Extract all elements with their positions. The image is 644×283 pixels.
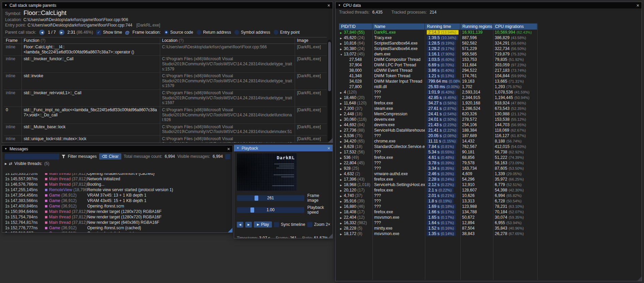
cpu-row[interactable]: ▶3,536(75) ??? 20.05 s(2.08%) 187,689 11… — [339, 133, 639, 138]
cpu-row[interactable]: ▶20,120(17) firefox.exe 2.1 s(0.22%) 128… — [339, 187, 639, 193]
col-image[interactable]: Image — [295, 37, 327, 44]
clipped-checkbox[interactable] — [225, 154, 230, 159]
collapse-arrow-icon[interactable]: ▼ — [4, 148, 7, 150]
expand-caret-icon[interactable]: ▶ — [340, 145, 344, 149]
function-cell[interactable]: std::_Func_impl_no_alloc<<lambda_5bc224f… — [21, 106, 160, 123]
expand-caret-icon[interactable]: ▶ — [340, 166, 344, 171]
cpu-row[interactable]: ▶11,648(120) firefox.exe 34.27 s(3.56%) … — [339, 100, 639, 106]
location-cell[interactable]: C:\Program Files (x86)\Microsoft Visual … — [160, 56, 295, 73]
radio-source-code[interactable]: Source code — [164, 30, 193, 35]
resize-grip[interactable] — [228, 228, 232, 232]
cpu-row[interactable]: ▶37,840(55) DarkRL.exe 2:14.3(13.94%) 16… — [339, 30, 639, 35]
cpu-row[interactable]: ▼13,072(45) dwm.exe 1:16.1(7.90%) 955,58… — [339, 51, 639, 57]
cpu-row[interactable]: ▶10,816(64) ScriptedSandbox64.exe 1:28.5… — [339, 40, 639, 46]
cpu-row[interactable]: ▶34,420(65) chrome.exe 11.11 s(1.15%) 14… — [339, 138, 639, 144]
radio-entry-point[interactable]: Entry point — [274, 30, 300, 35]
cpu-row[interactable]: ▶22,404(12) msvsmon.exe 1.65 s(0.17%) 50… — [339, 215, 639, 220]
col-frame[interactable]: Frame — [4, 37, 21, 44]
expand-caret-icon[interactable]: ▶ — [340, 106, 344, 111]
cpu-row[interactable]: ▶18,172(8) msvsmon.exe 1.35 s(0.14%) 38,… — [339, 231, 639, 236]
message-row[interactable]: 1s 145,557,997nsMain thread (37,812)Netw… — [2, 176, 232, 182]
cpu-row[interactable]: 38,000 uDWM Event Thread 3.86 s(0.40%) 2… — [339, 68, 639, 73]
callstack-table-row[interactable]: inline std::invoke C:\Program Files (x86… — [4, 73, 327, 90]
message-row[interactable]: 1s 152,776,777nsGame (36,912)Opening /fo… — [2, 225, 232, 231]
col-function[interactable]: Function (?) — [21, 37, 160, 44]
expand-caret-icon[interactable]: ▶ — [340, 210, 344, 215]
col-name[interactable]: Name — [372, 23, 425, 30]
cpu-row[interactable]: ▶4,740(37) ??? 2.01 s(0.21%) 10,626 6,99… — [339, 193, 639, 198]
expand-caret-icon[interactable]: ▶ — [340, 123, 344, 128]
expand-caret-icon[interactable]: ▶ — [340, 199, 344, 204]
expand-caret-icon[interactable]: ▶ — [340, 194, 344, 198]
play-button[interactable]: ▶ Play — [254, 221, 272, 228]
expand-caret-icon[interactable]: ▶ — [340, 221, 344, 226]
location-cell[interactable]: C:\Program Files (x86)\Microsoft Visual … — [160, 106, 295, 123]
expand-caret-icon[interactable]: ▶ — [340, 134, 344, 138]
expand-caret-icon[interactable]: ▶ — [340, 226, 344, 231]
sync-timeline-checkbox[interactable]: Sync timeline — [274, 222, 305, 227]
expand-caret-icon[interactable]: ▼ — [340, 52, 344, 57]
cpu-row[interactable]: ▶8,628(18) StandardCollector.Service.e 7… — [339, 144, 639, 149]
cpu-row[interactable]: ▶35,916(39) ??? 1.8 s(0.19%) 13,313 6,72… — [339, 198, 639, 204]
expand-caret-icon[interactable]: ▶ — [340, 232, 344, 236]
expand-caret-icon[interactable]: ▶ — [340, 155, 344, 160]
expand-caret-icon[interactable]: ▶ — [340, 30, 344, 35]
cpu-row[interactable]: ▶17,532(56) ??? 5.34 s(0.55%) 90,181 56,… — [339, 149, 639, 155]
expand-caret-icon[interactable]: ▶ — [340, 117, 344, 122]
callstack-table-row[interactable]: 0 std::_Func_impl_no_alloc<<lambda_5bc22… — [4, 106, 327, 123]
message-row[interactable]: 1s 147,383,566nsGame (36,912)VRAM 43x45:… — [2, 198, 232, 203]
prev-callstack-button[interactable]: ◀ — [39, 30, 45, 35]
function-cell[interactable]: std::_Invoker_functor::_Call — [21, 56, 160, 73]
cpu-row[interactable]: ▶18,968(1,018) ServiceHub.SettingsHost.e… — [339, 182, 639, 187]
cpu-row[interactable]: ▶44,692(84) devenv.exe 21.43 s(2.23%) 25… — [339, 122, 639, 128]
messages-list-viewport[interactable]: 1s 120,335,272nsMain thread (37,812)Open… — [2, 173, 232, 232]
playback-speed-slider[interactable]: 1.00 — [237, 207, 304, 213]
col-location[interactable]: Location (?) — [160, 37, 295, 44]
expand-caret-icon[interactable]: ▶ — [340, 215, 344, 220]
cpu-row[interactable]: 34,028 DWM Master Input Thread 799.64 ms… — [339, 79, 639, 84]
expand-caret-icon[interactable]: ▶ — [340, 161, 344, 166]
cpu-row[interactable]: ▶7,300(37) steam.exe 27.61 s(2.87%) 1,28… — [339, 106, 639, 111]
expand-caret-icon[interactable]: ▶ — [340, 172, 344, 177]
radio-symbol-address[interactable]: Symbol address — [234, 30, 270, 35]
function-cell[interactable]: std::unique_lock<std::mutex>::lock — [21, 136, 160, 143]
location-cell[interactable]: C:\Program Files (x86)\Microsoft Visual … — [160, 123, 295, 135]
expand-caret-icon[interactable]: ▶ — [340, 96, 344, 100]
radio-return-address[interactable]: Return address — [197, 30, 231, 35]
next-frame-button[interactable]: ▶ — [245, 222, 252, 228]
message-row[interactable]: 1s 147,354,456nsGame (36,912)VRAM 37x45:… — [2, 193, 232, 198]
collapse-arrow-icon[interactable]: ▼ — [236, 147, 239, 150]
prev-frame-button[interactable]: ◀ — [237, 222, 243, 228]
expand-caret-icon[interactable]: ▶ — [340, 101, 344, 106]
location-cell[interactable]: C:\Program Files (x86)\Microsoft Visual … — [160, 90, 295, 107]
cpu-row[interactable]: ▶30,060(116) devenv.exe 24.01 s(2.50%) 2… — [339, 117, 639, 122]
message-row[interactable]: 1s 146,576,766nsMain thread (37,812)Boot… — [2, 182, 232, 187]
expand-caret-icon[interactable]: ▶ — [340, 183, 344, 187]
callstack-table-row[interactable]: inline std::_Mutex_base::lock C:\Program… — [4, 123, 327, 135]
cpu-row[interactable]: ▶16,332(982) ??? 1.64 s(0.17%) 12,894 6,… — [339, 220, 639, 226]
expand-caret-icon[interactable]: ▶ — [340, 47, 344, 51]
close-icon[interactable]: × — [327, 3, 330, 8]
cpu-row[interactable]: 41,348 DWM Token Thread 1.21 s(0.13%) 17… — [339, 73, 639, 79]
message-row[interactable]: 1s 152,912,997nsGame (36,912)Opening /me… — [2, 231, 232, 232]
function-cell[interactable]: std::_Mutex_base::lock — [21, 123, 160, 135]
cpu-row[interactable]: 27,800 ntdll.dll 25.93 ms(0.00%) 1,702 1… — [339, 84, 639, 89]
callstack-table-row[interactable]: inline std::_Invoker_ret<void,1>::_Call … — [4, 90, 327, 107]
col-running-regions[interactable]: Running regions — [460, 23, 493, 30]
location-cell[interactable]: C:\Program Files (x86)\Microsoft Visual … — [160, 73, 295, 90]
callstack-titlebar[interactable]: ▼ Call stack sample parents × — [2, 2, 333, 9]
cpu-row[interactable]: ▶4(120) ??? 1:01.9(6.43%) 2,593,314 1,07… — [339, 89, 639, 95]
callstack-table-row[interactable]: inline Floor::CalcLight::__l4::<lambda_5… — [4, 44, 327, 56]
function-cell[interactable]: Floor::CalcLight::__l4::<lambda_5bc224f1… — [21, 44, 160, 56]
callstack-table-row[interactable]: inline std::unique_lock<std::mutex>::loc… — [4, 136, 327, 143]
close-icon[interactable]: × — [637, 3, 639, 8]
message-row[interactable]: 1s 147,255,145nsRemoteView (18,796)Remot… — [2, 187, 232, 193]
col-cpu-migrations[interactable]: CPU migrations — [493, 23, 537, 30]
expand-caret-icon[interactable]: ▶ — [340, 177, 344, 182]
message-row[interactable]: 1s 150,994,644nsMain thread (37,812)New … — [2, 209, 232, 214]
message-row[interactable]: 1s 147,400,846nsGame (36,912)Opening /fo… — [2, 203, 232, 209]
message-row[interactable]: 1s 151,754,784nsMain thread (37,812)New … — [2, 214, 232, 220]
cpu-row[interactable]: ▶18,408(17) firefox.exe 1.66 s(0.17%) 13… — [339, 209, 639, 215]
message-row[interactable]: 1s 120,335,272nsMain thread (37,812)Open… — [2, 173, 232, 176]
clear-button[interactable]: ⌫ Clear — [99, 153, 121, 160]
